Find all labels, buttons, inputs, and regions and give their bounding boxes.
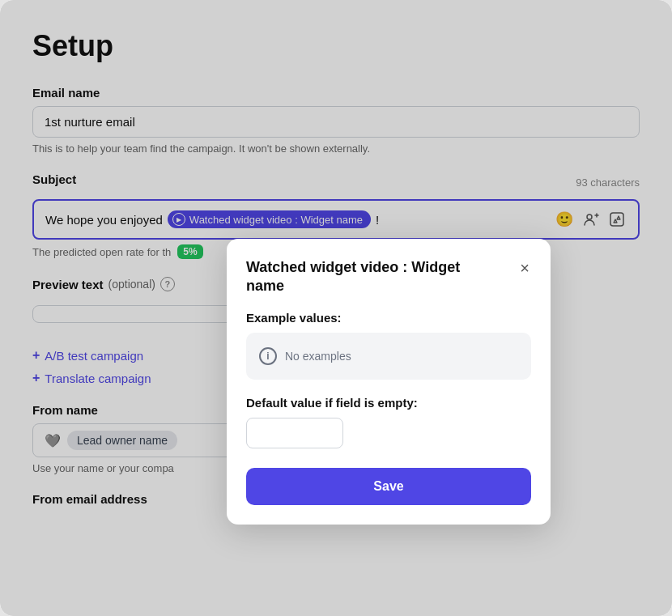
page-container: Setup Email name This is to help your te… — [0, 0, 672, 616]
popup-close-button[interactable]: × — [518, 258, 531, 278]
info-icon: i — [259, 347, 277, 365]
no-examples-box: i No examples — [246, 333, 531, 380]
popup-header: Watched widget video : Widget name × — [246, 258, 531, 296]
popup-card: Watched widget video : Widget name × Exa… — [227, 239, 551, 525]
examples-label: Example values: — [246, 311, 531, 325]
no-examples-text: No examples — [285, 350, 351, 363]
default-value-label: Default value if field is empty: — [246, 396, 531, 410]
default-value-input[interactable] — [246, 418, 343, 448]
save-button[interactable]: Save — [246, 468, 531, 505]
popup-title: Watched widget video : Widget name — [246, 258, 489, 296]
